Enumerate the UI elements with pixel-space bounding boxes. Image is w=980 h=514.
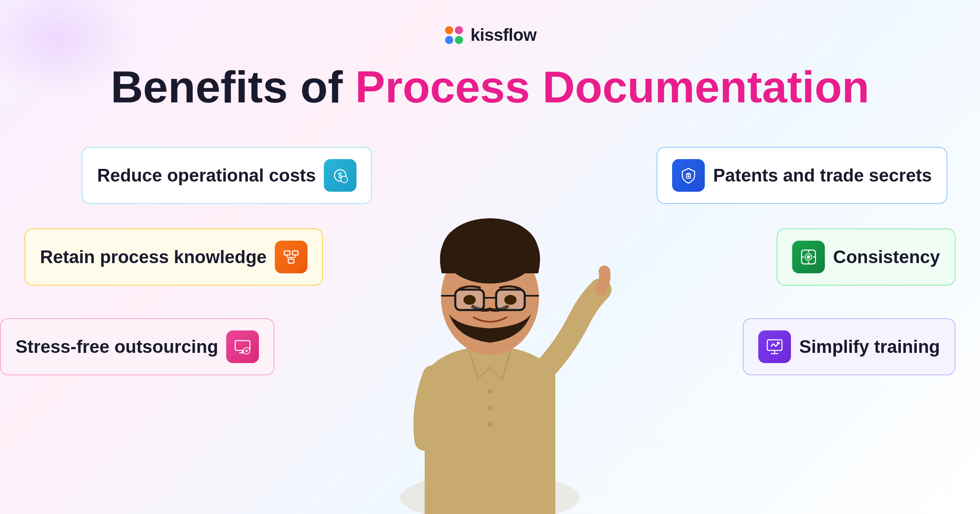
card-reduce-operational-costs: Reduce operational costs $ ↑ [82,147,372,204]
svg-point-43 [488,422,492,427]
person-illustration [351,179,629,514]
logo-text: kissflow [470,25,537,45]
card-consistency-label: Consistency [833,247,940,267]
card-training-label: Simplify training [799,337,940,357]
svg-point-41 [488,389,492,394]
svg-text:↑: ↑ [343,177,345,182]
card-retain-process-knowledge: Retain process knowledge [24,228,323,286]
shield-lock-icon [672,159,705,192]
svg-rect-10 [284,251,290,255]
page-title: Benefits of Process Documentation [41,62,939,111]
workflow-icon [275,241,307,273]
svg-point-1 [455,26,463,34]
card-outsourcing-label: Stress-free outsourcing [16,337,218,357]
title-area: Benefits of Process Documentation [0,62,980,111]
svg-point-15 [807,256,810,258]
presentation-icon [758,330,791,363]
svg-rect-11 [292,251,298,255]
svg-point-40 [504,295,517,305]
card-reduce-label: Reduce operational costs [97,165,316,186]
person-svg [351,179,629,514]
card-patents-trade-secrets: Patents and trade secrets [657,147,947,204]
logo-area: kissflow [0,0,980,46]
card-stress-free-outsourcing: Stress-free outsourcing [0,318,274,375]
svg-point-9 [688,176,689,177]
card-retain-label: Retain process knowledge [40,247,267,267]
main-area: Reduce operational costs $ ↑ [0,131,980,514]
svg-point-2 [445,36,453,44]
svg-point-3 [455,36,463,44]
card-consistency: Consistency [777,228,956,286]
svg-rect-12 [288,259,294,263]
svg-point-42 [488,405,492,410]
card-simplify-training: Simplify training [743,318,956,375]
title-part2: Process Documentation [355,62,869,112]
dollar-coin-icon: $ ↑ [324,159,356,192]
title-part1: Benefits of [111,62,355,112]
card-patents-label: Patents and trade secrets [713,165,932,186]
svg-point-39 [463,295,476,305]
page-content: kissflow Benefits of Process Documentati… [0,0,980,514]
svg-point-29 [777,342,780,344]
monitor-add-icon [226,330,259,363]
svg-point-0 [445,26,453,34]
kissflow-logo-icon [443,24,465,46]
settings-check-icon [792,241,825,273]
